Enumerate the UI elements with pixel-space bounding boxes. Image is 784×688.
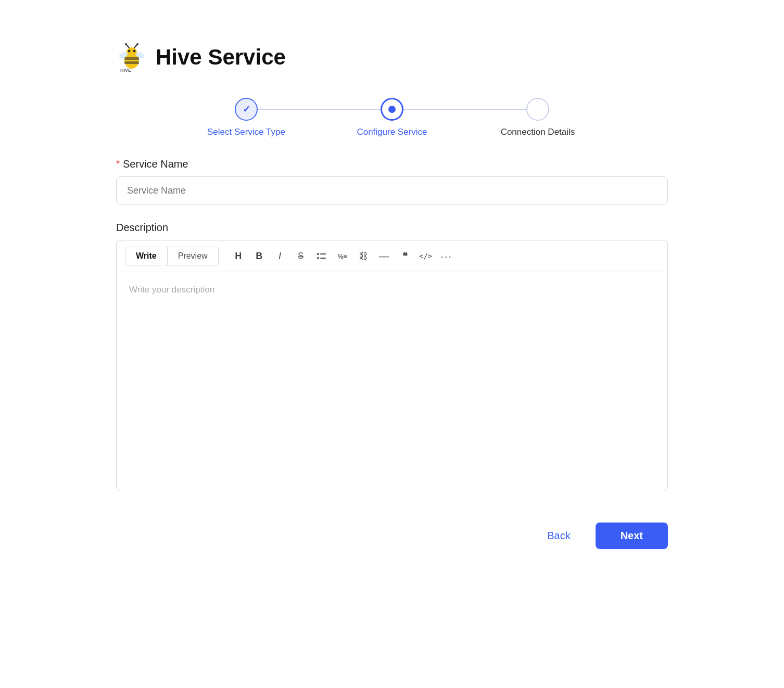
step3-label: Connection Details xyxy=(501,127,575,137)
page-title: Hive Service xyxy=(156,45,286,70)
svg-point-5 xyxy=(133,50,136,53)
svg-point-3 xyxy=(127,47,137,57)
footer: Back Next xyxy=(116,512,668,549)
editor-toolbar: Write Preview H B I S xyxy=(117,240,667,272)
italic-button[interactable]: I xyxy=(271,247,289,265)
header: HIVE Hive Service xyxy=(116,42,668,73)
bold-button[interactable]: B xyxy=(250,247,269,265)
svg-text:HIVE: HIVE xyxy=(120,68,131,73)
step2-row xyxy=(319,98,465,121)
service-name-section: * Service Name xyxy=(116,158,668,205)
back-button[interactable]: Back xyxy=(533,523,585,549)
link-button[interactable]: ⛓ xyxy=(354,247,373,265)
write-tab[interactable]: Write xyxy=(125,247,168,265)
svg-rect-14 xyxy=(320,253,326,254)
hive-logo: HIVE xyxy=(116,42,147,73)
form: * Service Name Description Write Preview… xyxy=(116,158,668,491)
unordered-list-button[interactable] xyxy=(312,247,331,265)
description-section: Description Write Preview H B I S xyxy=(116,222,668,491)
editor-container: Write Preview H B I S xyxy=(116,240,668,491)
ordered-list-button[interactable]: ½≡ xyxy=(333,247,352,265)
editor-tab-group: Write Preview xyxy=(125,247,219,265)
quote-button[interactable]: ❝ xyxy=(396,247,414,265)
heading-button[interactable]: H xyxy=(229,247,248,265)
next-button[interactable]: Next xyxy=(596,523,668,549)
stepper: ✓ Select Service Type Configure Service xyxy=(173,98,611,137)
step1-circle: ✓ xyxy=(235,98,258,121)
step2-circle xyxy=(381,98,403,121)
strikethrough-button[interactable]: S xyxy=(292,247,310,265)
step3-row xyxy=(465,98,611,121)
preview-tab[interactable]: Preview xyxy=(168,247,218,265)
svg-rect-2 xyxy=(124,61,139,64)
svg-rect-16 xyxy=(320,258,326,259)
svg-rect-1 xyxy=(124,57,139,60)
service-name-label: * Service Name xyxy=(116,158,668,170)
svg-point-4 xyxy=(128,50,131,53)
required-star: * xyxy=(116,159,120,170)
page-container: HIVE Hive Service ✓ Select Service Type xyxy=(85,21,699,570)
step1-label: Select Service Type xyxy=(207,127,285,137)
svg-point-9 xyxy=(136,43,138,45)
step-select-service-type: ✓ Select Service Type xyxy=(173,98,319,137)
svg-line-8 xyxy=(134,45,137,48)
horizontal-rule-button[interactable]: — xyxy=(375,247,394,265)
svg-point-13 xyxy=(317,253,319,255)
step-configure-service: Configure Service xyxy=(319,98,465,137)
step-connection-details: Connection Details xyxy=(465,98,611,137)
svg-line-6 xyxy=(127,45,129,48)
step1-row: ✓ xyxy=(173,98,319,121)
service-name-input[interactable] xyxy=(116,176,668,205)
more-button[interactable]: ··· xyxy=(437,247,456,265)
step2-label: Configure Service xyxy=(357,127,427,137)
svg-point-15 xyxy=(317,257,319,259)
editor-body[interactable]: Write your description xyxy=(117,272,667,491)
editor-placeholder: Write your description xyxy=(129,285,214,295)
code-button[interactable]: </> xyxy=(416,247,435,265)
description-label: Description xyxy=(116,222,668,234)
step3-circle xyxy=(526,98,549,121)
svg-point-7 xyxy=(125,43,127,45)
